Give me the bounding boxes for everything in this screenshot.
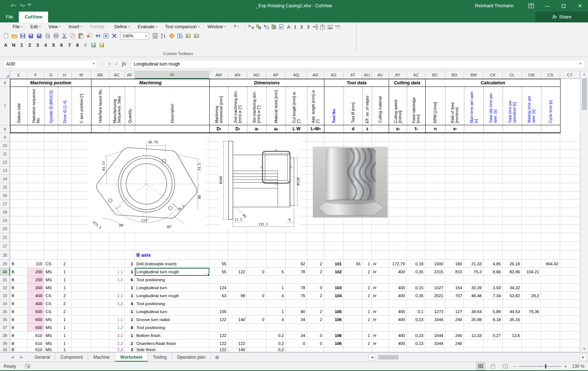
cell-F19[interactable]: [27, 216, 44, 225]
cell-CS34[interactable]: [541, 300, 560, 308]
cell-BD19[interactable]: [445, 216, 464, 225]
formula-cancel-button[interactable]: ×: [108, 61, 111, 67]
cell-AB29[interactable]: [91, 260, 109, 268]
cell-CT31[interactable]: [560, 276, 580, 284]
cell-AP38[interactable]: 0,2: [266, 332, 286, 340]
cell-BD13[interactable]: [445, 166, 464, 175]
column-header-AN[interactable]: AN: [228, 71, 247, 79]
side-view-drawing[interactable]: Ø200 Ø130 R5 11.5 8 135.5: [219, 136, 300, 229]
cell-AR9[interactable]: [307, 133, 324, 142]
cell-AY30[interactable]: 400: [389, 268, 407, 276]
scroll-down-icon[interactable]: ▼: [580, 346, 588, 352]
cell-F10[interactable]: [27, 142, 44, 150]
cell-E36[interactable]: B: [10, 316, 27, 324]
cell-F14[interactable]: [27, 175, 44, 183]
cell-BM32[interactable]: 30,39: [464, 284, 483, 292]
page-layout-view-button[interactable]: [488, 362, 498, 370]
cell-CS17[interactable]: [541, 200, 560, 208]
cell-AY40[interactable]: [389, 347, 407, 352]
cell-F29[interactable]: 110: [27, 260, 44, 268]
cell-AU9[interactable]: [362, 133, 372, 142]
cell-E35[interactable]: B: [10, 308, 27, 316]
cell-AQ29[interactable]: 62: [286, 260, 307, 268]
cell-G15[interactable]: [44, 183, 58, 191]
cell-AV28[interactable]: [372, 250, 389, 260]
cell-AZ12[interactable]: [407, 158, 425, 166]
cell-E28[interactable]: [10, 250, 27, 260]
cell-H21[interactable]: [58, 233, 72, 242]
cell-AC21[interactable]: [109, 233, 125, 242]
column-header-M[interactable]: M: [72, 71, 91, 79]
cell-AR28[interactable]: [307, 250, 324, 260]
cell-AZ19[interactable]: [407, 216, 425, 225]
cell-CS10[interactable]: [541, 142, 560, 150]
cell-AS36[interactable]: 106: [324, 316, 344, 324]
cell-CL36[interactable]: 35,16: [503, 316, 522, 324]
cell-G9[interactable]: [44, 133, 58, 142]
cell-CK15[interactable]: [483, 183, 503, 191]
cell-AP37[interactable]: [266, 324, 286, 332]
cell-G32[interactable]: MS: [44, 284, 58, 292]
cell-BD30[interactable]: 810: [445, 268, 464, 276]
cell-H11[interactable]: [58, 150, 72, 158]
cell-F13[interactable]: [27, 166, 44, 175]
cell-H15[interactable]: [58, 183, 72, 191]
tool-pair-1-button[interactable]: [247, 23, 255, 31]
cell-AV19[interactable]: [372, 216, 389, 225]
cell-BM35[interactable]: 38,64: [464, 308, 483, 316]
cell-AP39[interactable]: 0,2: [266, 340, 286, 347]
cell-BD11[interactable]: [445, 150, 464, 158]
cell-CM13[interactable]: [522, 166, 541, 175]
cell-H33[interactable]: 2: [58, 292, 72, 300]
cell-AZ40[interactable]: [407, 347, 425, 352]
cell-AC34[interactable]: 1,2: [109, 300, 125, 308]
cell-AC30[interactable]: 1,1: [109, 268, 125, 276]
cell-AT27[interactable]: [344, 242, 362, 250]
cell-AI39[interactable]: Chamfers;Radii finish: [135, 340, 209, 347]
cell-AQ39[interactable]: 0: [286, 340, 307, 347]
row-header-7[interactable]: 7: [0, 87, 10, 125]
cell-CT21[interactable]: [560, 233, 580, 242]
column-header-AU[interactable]: AU: [362, 71, 372, 79]
cell-AU29[interactable]: 1: [362, 260, 372, 268]
cell-AF32[interactable]: 1: [125, 284, 135, 292]
select-all-corner[interactable]: [0, 71, 10, 79]
custom-button-A[interactable]: A: [2, 41, 9, 49]
cell-AQ33[interactable]: 75: [286, 292, 307, 300]
cell-AY19[interactable]: [389, 216, 407, 225]
cell-AV29[interactable]: H: [372, 260, 389, 268]
cell-BD39[interactable]: 240: [445, 340, 464, 347]
cell-AM34[interactable]: [209, 300, 228, 308]
cell-AI38[interactable]: Bottom finish: [135, 332, 209, 340]
column-header-E[interactable]: E: [10, 71, 27, 79]
page-break-view-button[interactable]: [500, 362, 510, 370]
vertical-scroll-thumb[interactable]: [582, 78, 587, 110]
cell-AC38[interactable]: 2,1: [109, 332, 125, 340]
paste-button[interactable]: [77, 32, 85, 40]
cell-CK20[interactable]: [483, 225, 503, 233]
hscroll-left-icon[interactable]: ◀: [368, 354, 376, 361]
cell-BM31[interactable]: [464, 276, 483, 284]
cell-CT32[interactable]: [560, 284, 580, 292]
row-header-28[interactable]: 28: [0, 250, 10, 260]
tool-pair-4-button[interactable]: [270, 23, 278, 31]
cell-BD9[interactable]: [445, 133, 464, 142]
cell-BM10[interactable]: [464, 142, 483, 150]
cell-AV32[interactable]: H: [372, 284, 389, 292]
menu-file[interactable]: File▾: [9, 22, 26, 31]
cell-CT36[interactable]: [560, 316, 580, 324]
cell-AM37[interactable]: [209, 324, 228, 332]
cell-M32[interactable]: [72, 284, 91, 292]
cell-AY20[interactable]: [389, 225, 407, 233]
cell-CT18[interactable]: [560, 208, 580, 216]
cell-AZ14[interactable]: [407, 175, 425, 183]
sheet-tab-machine[interactable]: Machine: [88, 353, 115, 362]
row-header-39[interactable]: 39: [0, 340, 10, 347]
zoom-combobox[interactable]: 130%▼: [120, 32, 149, 39]
page-setup-button[interactable]: P: [278, 23, 285, 31]
cell-CS13[interactable]: [541, 166, 560, 175]
minimize-button[interactable]: —: [539, 0, 555, 12]
cell-BM9[interactable]: [464, 133, 483, 142]
cell-AF34[interactable]: 4: [125, 300, 135, 308]
cell-CL34[interactable]: [503, 300, 522, 308]
